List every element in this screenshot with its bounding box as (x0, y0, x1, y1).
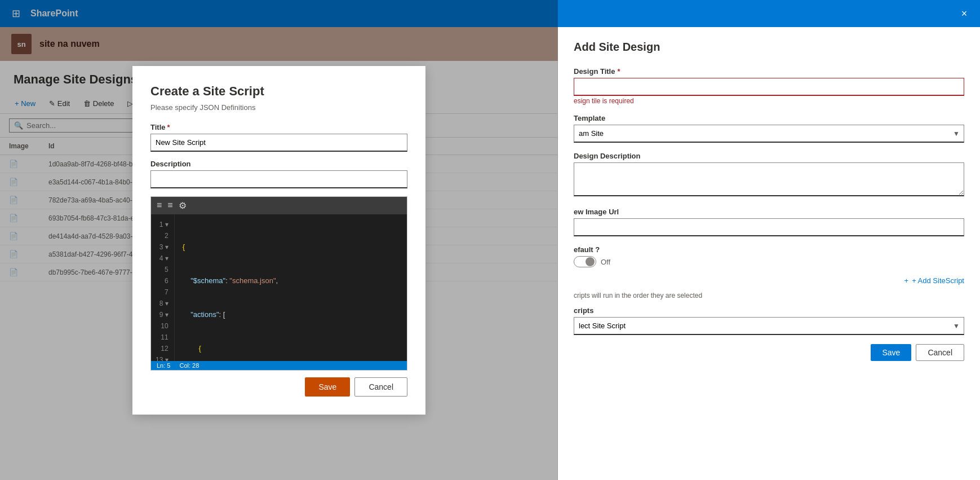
toggle-off-label: Off (601, 258, 610, 266)
code-content: { "$schema": "schema.json", "actions": [… (175, 214, 407, 361)
ln4: 4 ▾ (156, 253, 172, 264)
ln13: 13 ▾ (156, 354, 172, 361)
align-left-icon[interactable]: ≡ (157, 200, 162, 210)
modal-title: Create a Site Script (150, 84, 407, 99)
code-lines: 1 ▾ 2 3 ▾ 4 ▾ 5 6 7 8 ▾ 9 ▾ 10 11 (151, 214, 407, 361)
add-sitescript-button[interactable]: + + Add SiteScript (574, 276, 964, 285)
left-panel: sn site na nuvem Manage Site Designs + N… (0, 27, 558, 480)
description-input[interactable] (574, 162, 964, 196)
code-editor: ≡ ≡ ⚙ 1 ▾ 2 3 ▾ 4 ▾ 5 6 (150, 196, 407, 371)
code-line-4: { (180, 343, 401, 354)
main-layout: sn site na nuvem Manage Site Designs + N… (0, 27, 980, 480)
ln8: 8 ▾ (156, 298, 172, 309)
design-title-error: esign tile is required (574, 97, 964, 105)
description-label: Design Description (574, 152, 964, 160)
scripts-field: cripts lect Site Script ▼ (574, 306, 964, 335)
modal-title-label: Title * (150, 123, 407, 131)
modal-save-button[interactable]: Save (305, 377, 350, 397)
modal-cancel-button[interactable]: Cancel (354, 377, 407, 397)
ln2: 2 (156, 230, 172, 241)
template-select-wrap: am Site ▼ (574, 125, 964, 143)
save-button[interactable]: Save (871, 344, 911, 361)
scripts-label: cripts (574, 306, 964, 315)
template-field: Template am Site ▼ (574, 114, 964, 143)
align-center-icon[interactable]: ≡ (167, 200, 172, 210)
required-star: * (617, 67, 620, 76)
ln9: 9 ▾ (156, 309, 172, 320)
modal-subtitle: Please specify JSON Definitions (150, 103, 407, 112)
image-url-field: ew Image Url (574, 208, 964, 236)
template-label: Template (574, 114, 964, 122)
design-title-field: Design Title * esign tile is required (574, 67, 964, 105)
default-toggle[interactable] (574, 256, 596, 267)
status-col: Col: 28 (179, 362, 199, 369)
design-title-label: Design Title * (574, 67, 964, 76)
status-line: Ln: 5 (157, 362, 170, 369)
scripts-note: cripts will run in the order they are se… (574, 292, 964, 300)
modal-description-input[interactable] (150, 170, 407, 188)
ln7: 7 (156, 287, 172, 298)
right-panel: Add Site Design Design Title * esign til… (558, 27, 980, 480)
ln12: 12 (156, 343, 172, 354)
plus-icon: + (904, 276, 909, 285)
image-url-input[interactable] (574, 218, 964, 236)
code-status: Ln: 5 Col: 28 (151, 361, 407, 370)
settings-icon[interactable]: ⚙ (179, 200, 187, 211)
modal-footer: Save Cancel (150, 377, 407, 397)
default-field: efault ? Off (574, 245, 964, 267)
modal-title-input[interactable] (150, 134, 407, 152)
toggle-wrap: Off (574, 256, 964, 267)
ln11: 11 (156, 332, 172, 343)
design-title-input[interactable] (574, 78, 964, 96)
image-url-label: ew Image Url (574, 208, 964, 216)
scripts-select[interactable]: lect Site Script (574, 317, 964, 335)
scripts-select-wrap: lect Site Script ▼ (574, 317, 964, 335)
close-button[interactable]: × (955, 5, 973, 23)
code-line-3: "actions": [ (180, 309, 401, 320)
description-field: Design Description (574, 152, 964, 199)
template-select[interactable]: am Site (574, 125, 964, 143)
required-marker: * (167, 123, 170, 131)
ln1: 1 ▾ (156, 219, 172, 230)
modal-description-label: Description (150, 160, 407, 168)
code-line-2: "$schema": "schema.json", (180, 275, 401, 287)
close-icon: × (961, 8, 968, 20)
ln3: 3 ▾ (156, 241, 172, 253)
cancel-button[interactable]: Cancel (916, 344, 964, 361)
right-panel-footer: Save Cancel (574, 344, 964, 361)
code-body[interactable]: 1 ▾ 2 3 ▾ 4 ▾ 5 6 7 8 ▾ 9 ▾ 10 11 (151, 214, 407, 361)
right-panel-title: Add Site Design (574, 41, 964, 54)
ln5: 5 (156, 264, 172, 275)
code-line-1: { (180, 241, 401, 253)
ln6: 6 (156, 275, 172, 287)
line-numbers: 1 ▾ 2 3 ▾ 4 ▾ 5 6 7 8 ▾ 9 ▾ 10 11 (151, 214, 175, 361)
ln10: 10 (156, 320, 172, 332)
modal-overlay: Create a Site Script Please specify JSON… (0, 0, 558, 480)
modal: Create a Site Script Please specify JSON… (132, 66, 425, 415)
code-toolbar: ≡ ≡ ⚙ (151, 197, 407, 214)
default-label: efault ? (574, 245, 964, 254)
